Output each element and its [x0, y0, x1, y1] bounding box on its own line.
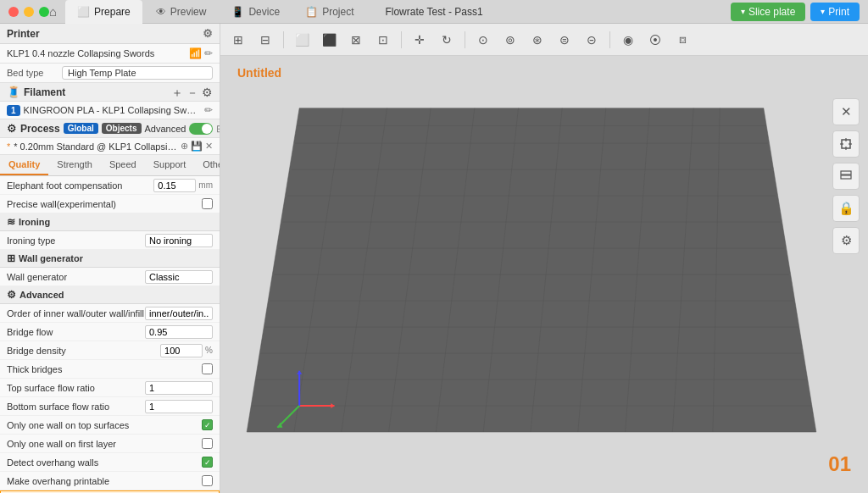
close-button[interactable]	[8, 7, 19, 17]
vp-tool-8[interactable]: ⊜	[554, 29, 576, 51]
setting-unit: %	[205, 346, 213, 355]
printer-settings-icon[interactable]: ⚙	[203, 27, 213, 40]
layers-view-button[interactable]	[832, 163, 860, 190]
device-tab-icon: 📱	[231, 6, 244, 18]
quality-tabs: Quality Strength Speed Support Others	[0, 155, 220, 176]
vp-tool-3[interactable]: ⊠	[345, 29, 367, 51]
checkbox-unchecked[interactable]	[202, 438, 213, 449]
profile-copy-icon[interactable]: ⊕	[181, 141, 188, 152]
vp-tool-12[interactable]: ⧈	[671, 29, 693, 51]
vp-move-icon[interactable]: ✛	[409, 29, 431, 51]
section-ironing: ≋Ironing	[0, 213, 220, 231]
vp-tool-10[interactable]: ◉	[617, 29, 639, 51]
printer-edit-icon[interactable]: ✏	[204, 47, 213, 59]
sidebar: Printer ⚙ KLP1 0.4 nozzle Collapsing Swo…	[0, 24, 220, 493]
printer-label: Printer	[7, 28, 40, 40]
wifi-icon: 📶	[189, 47, 202, 59]
setting-input[interactable]	[145, 307, 213, 320]
setting-label: Only one wall on top surfaces	[7, 420, 202, 430]
vp-tool-5[interactable]: ⊙	[472, 29, 494, 51]
setting-row-3: Ironing type	[0, 231, 220, 250]
checkbox-checked[interactable]: ✓	[202, 419, 213, 430]
filament-add-button[interactable]: ＋	[171, 86, 183, 98]
titlebar-tabs: ⌂ ⬜ Prepare 👁 Preview 📱 Device 📋 Project	[42, 0, 366, 23]
settings-list: Elephant foot compensationmmPrecise wall…	[0, 176, 220, 493]
tab-prepare[interactable]: ⬜ Prepare	[65, 0, 142, 24]
vp-rotate-icon[interactable]: ↻	[436, 29, 458, 51]
setting-label: Thick bridges	[7, 364, 202, 374]
setting-label: Only one wall on first layer	[7, 439, 202, 449]
tab-speed[interactable]: Speed	[101, 155, 145, 175]
viewport: ⊞ ⊟ ⬜ ⬛ ⊠ ⊡ ✛ ↻ ⊙ ⊚ ⊛ ⊜ ⊝ ◉ ⦿ ⧈ Untitled…	[220, 24, 868, 493]
section-icon: ⊞	[7, 252, 15, 264]
tab-preview[interactable]: 👁 Preview	[144, 0, 219, 24]
bed-type-value[interactable]: High Temp Plate	[62, 66, 213, 80]
titlebar: ⌂ ⬜ Prepare 👁 Preview 📱 Device 📋 Project…	[0, 0, 868, 24]
device-tab-label: Device	[248, 6, 280, 18]
svg-rect-38	[841, 171, 851, 174]
print-button[interactable]: ▾ Print	[810, 3, 860, 21]
profile-save-icon[interactable]: 💾	[191, 141, 203, 152]
checkbox-checked[interactable]: ✓	[202, 457, 213, 468]
setting-checkbox-row-15: Detect overhang walls✓	[0, 453, 220, 472]
setting-label: Detect overhang walls	[7, 457, 202, 468]
filament-remove-button[interactable]: －	[186, 86, 198, 98]
setting-input[interactable]	[145, 381, 213, 395]
setting-input[interactable]	[145, 325, 213, 339]
checkbox-unchecked[interactable]	[202, 475, 213, 486]
vp-tool-7[interactable]: ⊛	[526, 29, 548, 51]
tab-support[interactable]: Support	[145, 155, 195, 175]
setting-input[interactable]	[160, 344, 203, 357]
filament-edit-icon[interactable]: ✏	[204, 104, 213, 116]
filament-icon: 🧵	[7, 86, 20, 98]
layers-icon	[839, 169, 853, 183]
vp-tool-2[interactable]: ⬛	[318, 29, 340, 51]
vp-object-list-icon[interactable]: ⊞	[227, 29, 249, 51]
canvas-num: 01	[828, 452, 851, 476]
vp-tool-6[interactable]: ⊚	[499, 29, 521, 51]
home-tab[interactable]: ⌂	[42, 0, 64, 24]
printer-preset-name: KLP1 0.4 nozzle Collapsing Swords	[7, 48, 186, 58]
setting-input[interactable]	[145, 234, 213, 247]
filament-section-header: 🧵 Filament ＋ － ⚙	[0, 83, 220, 102]
section-advanced: ⚙Advanced	[0, 286, 220, 304]
vp-tool-4[interactable]: ⊡	[372, 29, 394, 51]
close-view-button[interactable]: ✕	[832, 98, 860, 125]
printer-preset-icons: 📶 ✏	[189, 47, 213, 59]
checkbox-unchecked[interactable]	[202, 198, 213, 209]
tab-strength[interactable]: Strength	[48, 155, 101, 175]
vp-grid-icon[interactable]: ⊟	[254, 29, 276, 51]
vp-sep-2	[401, 31, 402, 48]
vp-tool-9[interactable]: ⊝	[581, 29, 603, 51]
tab-device[interactable]: 📱 Device	[220, 0, 292, 24]
setting-input[interactable]	[145, 400, 213, 413]
slice-button[interactable]: ▾ Slice plate	[731, 3, 805, 21]
setting-label: Order of inner wall/outer wall/infill	[7, 308, 145, 319]
vp-tool-11[interactable]: ⦿	[644, 29, 666, 51]
setting-label: Ironing type	[7, 235, 145, 246]
slice-label: Slice plate	[748, 6, 795, 18]
tab-project[interactable]: 📋 Project	[293, 0, 365, 24]
section-icon: ≋	[7, 216, 15, 228]
lock-view-button[interactable]: 🔒	[832, 195, 860, 222]
prepare-tab-icon: ⬜	[77, 6, 90, 18]
3d-grid	[246, 64, 817, 485]
profile-clear-icon[interactable]: ✕	[205, 141, 213, 152]
fit-view-button[interactable]	[832, 130, 860, 158]
profile-name: * 0.20mm Standard @ KLP1 Collapsing S...	[14, 141, 177, 152]
setting-input[interactable]	[145, 270, 213, 284]
advanced-label: Advanced	[145, 124, 186, 134]
filament-actions: ＋ － ⚙	[171, 86, 213, 98]
minimize-button[interactable]	[24, 7, 34, 17]
checkbox-unchecked[interactable]	[202, 363, 213, 374]
tab-quality[interactable]: Quality	[0, 155, 48, 175]
profile-actions: ⊕ 💾 ✕	[181, 141, 213, 152]
tab-others[interactable]: Others	[194, 155, 220, 175]
filament-settings-button[interactable]: ⚙	[202, 86, 213, 98]
settings-view-button[interactable]: ⚙	[832, 227, 860, 254]
setting-input[interactable]	[153, 179, 196, 192]
advanced-toggle[interactable]	[189, 123, 213, 135]
setting-checkbox-row-16: Make overhang printable	[0, 472, 220, 490]
vp-tool-1[interactable]: ⬜	[291, 29, 313, 51]
preview-tab-icon: 👁	[156, 6, 166, 18]
